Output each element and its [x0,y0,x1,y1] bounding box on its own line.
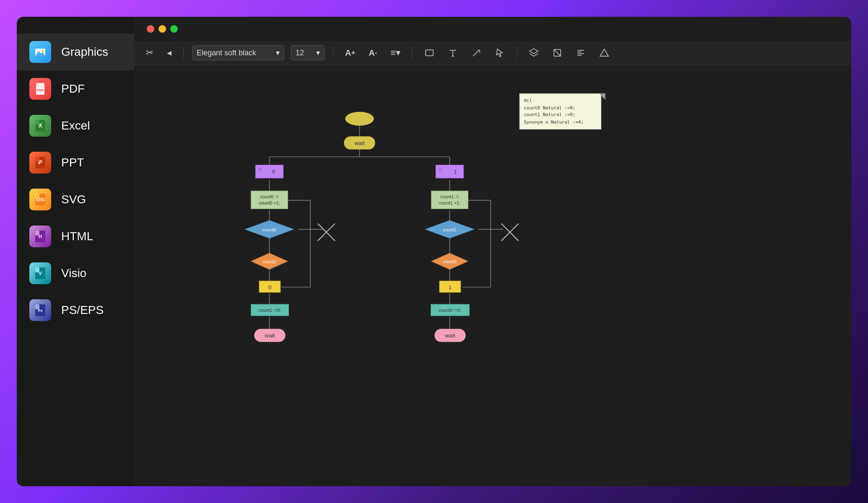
font-increase-button[interactable]: A+ [342,47,359,60]
sidebar-label-excel: Excel [61,119,90,132]
right-count1-rect[interactable] [431,191,468,209]
right-count0-diamond-label: count0 [443,259,456,264]
right-count1-diamond-label: count1 [443,227,456,232]
right-count0-diamond[interactable] [431,253,468,270]
right-1-label: 1 [454,169,457,175]
left-0-yellow[interactable] [259,281,281,292]
excel-icon: X [29,115,51,137]
font-decrease-button[interactable]: A- [365,47,380,60]
x-cross-right-2 [502,223,519,241]
right-1-yellow[interactable] [439,281,461,292]
left-count1-diamond-label: count1 [262,259,276,264]
code-note-line4: Synonym n Natural :=4; [524,119,583,125]
maximize-button[interactable] [170,25,178,33]
crop-button[interactable] [549,46,566,60]
start-oval[interactable] [345,112,374,126]
right-count1-line1: count1 := [440,194,459,199]
left-0-yellow-label: 0 [268,284,272,290]
left-count0-line1: count0 := [260,194,278,199]
sidebar: Graphics PDF PDF X Excel [17,17,134,486]
sidebar-item-visio[interactable]: V Visio [17,255,134,292]
svg-marker-32 [600,49,608,56]
rect-tool-button[interactable] [421,46,438,60]
align-left-button[interactable] [572,46,589,60]
sidebar-item-pdf[interactable]: PDF PDF [17,70,134,107]
svg-icon: SVG S [29,189,51,210]
ppt-icon: P [29,152,51,174]
sidebar-item-graphics[interactable]: Graphics [17,34,134,70]
left-count1-reset[interactable] [251,304,288,316]
canvas-area[interactable]: dcl count0 Natural :=0; count1 Natural :… [134,65,851,486]
code-note-line3: count1 Natural :=0; [524,112,575,118]
svg-rect-21 [35,267,39,272]
connector-tool-button[interactable] [468,46,485,60]
left-0-box[interactable] [255,165,283,178]
window-controls [147,25,178,33]
main-area: ✂ ◂ Elegant soft black ▾ 12 ▾ A+ A- ≡▾ [134,17,851,486]
font-name-label: Elegant soft black [197,49,256,57]
left-count0-diamond-label: count0 [262,227,276,232]
left-wait-oval[interactable] [254,329,285,342]
code-note-line2: count0 Natural :=0; [524,105,575,111]
separator-1 [183,47,184,59]
svg-line-35 [438,168,442,172]
distribute-button[interactable] [596,46,613,60]
svg-line-27 [554,49,561,56]
visio-icon: V [29,262,51,284]
left-0-label: 0 [272,169,275,175]
left-count1-diamond[interactable] [251,253,288,270]
align-button[interactable]: ≡▾ [387,46,404,60]
right-1-box[interactable] [436,165,463,178]
sidebar-item-ppt[interactable]: P PPT [17,144,134,181]
svg-line-33 [258,168,262,172]
x-cross-right-1 [502,223,519,241]
svg-rect-8 [35,120,39,125]
flowchart-svg: dcl count0 Natural :=0; count1 Natural :… [134,65,851,486]
html-icon: H [29,226,51,247]
sidebar-label-visio: Visio [61,267,86,280]
separator-3 [412,47,413,59]
svg-rect-11 [35,157,39,162]
right-count0-reset-label: count0 :=0; [439,308,461,313]
x-cross-left-1 [318,223,335,241]
graphics-icon [29,41,51,63]
right-count0-reset[interactable] [431,304,469,316]
cut-button[interactable]: ✂ [143,46,157,60]
sidebar-item-svg[interactable]: SVG S SVG [17,181,134,218]
left-count0-rect[interactable] [251,191,288,209]
right-1-yellow-label: 1 [449,284,452,290]
left-wait-label: wait [264,332,275,339]
pointer-tool-button[interactable] [491,46,508,60]
sidebar-item-excel[interactable]: X Excel [17,107,134,144]
separator-2 [333,47,333,59]
close-button[interactable] [147,25,154,33]
pdf-icon: PDF [29,78,51,100]
svg-rect-25 [426,50,433,56]
size-dropdown[interactable]: 12 ▾ [291,45,325,60]
sidebar-item-html[interactable]: H HTML [17,218,134,255]
wait-oval[interactable] [344,136,375,149]
toolbar: ✂ ◂ Elegant soft black ▾ 12 ▾ A+ A- ≡▾ [134,41,851,65]
right-count1-diamond[interactable] [425,220,474,239]
x-cross-left-2 [318,223,335,241]
sidebar-label-html: HTML [61,230,93,243]
font-dropdown[interactable]: Elegant soft black ▾ [192,45,284,60]
svg-rect-18 [35,231,39,236]
text-tool-button[interactable] [444,46,461,60]
left-count0-line2: count0 +1; [259,200,280,205]
left-count0-diamond[interactable] [245,220,294,239]
right-count1-line2: count1 +1; [439,200,460,205]
sidebar-item-pseps[interactable]: Ps PS/EPS [17,292,134,329]
sidebar-label-ppt: PPT [61,156,84,169]
svg-point-2 [42,49,44,52]
layers-button[interactable] [525,46,542,60]
svg-text:PDF: PDF [37,88,44,92]
code-note-line1: dcl [524,98,532,103]
undo-button[interactable]: ◂ [164,46,175,60]
sidebar-label-svg: SVG [61,193,86,206]
left-count1-reset-label: count1 :=0; [259,308,281,313]
minimize-button[interactable] [159,25,166,33]
pseps-icon: Ps [29,299,51,321]
right-wait-label: wait [444,332,455,339]
right-wait-oval[interactable] [434,329,465,342]
